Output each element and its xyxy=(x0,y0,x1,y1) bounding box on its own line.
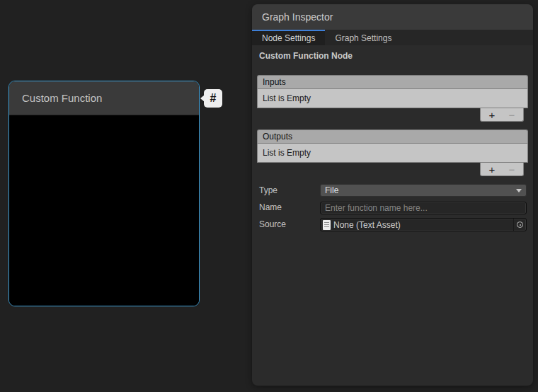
text-asset-icon xyxy=(323,220,331,230)
type-row: Type File xyxy=(259,184,527,197)
tab-graph-settings[interactable]: Graph Settings xyxy=(325,30,401,45)
hash-badge-icon[interactable]: # xyxy=(204,89,222,108)
outputs-add-button[interactable]: + xyxy=(482,163,502,175)
source-label: Source xyxy=(259,219,320,229)
type-label: Type xyxy=(259,185,320,195)
tab-graph-settings-label: Graph Settings xyxy=(335,33,391,43)
node-title: Custom Function xyxy=(22,92,102,104)
inputs-list-empty-label: List is Empty xyxy=(263,93,311,103)
name-label: Name xyxy=(259,202,320,212)
inspector-titlebar[interactable]: Graph Inspector xyxy=(252,4,533,30)
outputs-list-footer: + − xyxy=(480,163,524,176)
inputs-list-footer-row: + − xyxy=(257,108,528,122)
outputs-remove-button[interactable]: − xyxy=(502,163,522,175)
outputs-list-footer-row: + − xyxy=(257,163,528,176)
chevron-down-icon xyxy=(516,189,522,192)
inputs-list-footer: + − xyxy=(480,108,524,122)
hash-badge-label: # xyxy=(210,92,217,105)
inputs-list-header: Inputs xyxy=(257,75,528,88)
object-picker-icon xyxy=(517,221,523,228)
inspector-body: Custom Function Node Inputs List is Empt… xyxy=(252,45,533,231)
inputs-remove-button[interactable]: − xyxy=(502,109,522,121)
inspector-title: Graph Inspector xyxy=(262,11,333,23)
source-row: Source None (Text Asset) xyxy=(259,218,527,231)
outputs-list-empty-label: List is Empty xyxy=(263,148,311,158)
outputs-list-empty-row: List is Empty xyxy=(257,143,528,163)
name-row: Name xyxy=(259,201,527,214)
inputs-list-header-label: Inputs xyxy=(263,77,286,87)
inputs-list-empty-row: List is Empty xyxy=(257,88,528,108)
graph-inspector-panel: Graph Inspector Node Settings Graph Sett… xyxy=(252,4,533,386)
inputs-list: Inputs List is Empty + − xyxy=(257,75,528,122)
tab-node-settings-label: Node Settings xyxy=(262,33,315,43)
outputs-list: Outputs List is Empty + − xyxy=(257,129,528,176)
outputs-list-header: Outputs xyxy=(257,129,528,143)
function-name-input[interactable] xyxy=(320,202,527,214)
object-picker-button[interactable] xyxy=(513,219,526,231)
outputs-list-header-label: Outputs xyxy=(263,132,292,142)
tab-node-settings[interactable]: Node Settings xyxy=(252,30,325,45)
source-object-field[interactable]: None (Text Asset) xyxy=(320,218,527,231)
section-title: Custom Function Node xyxy=(259,51,527,61)
source-object-value: None (Text Asset) xyxy=(333,220,401,230)
node-preview-body xyxy=(9,115,199,306)
custom-function-node[interactable]: Custom Function xyxy=(8,81,200,306)
type-dropdown-value: File xyxy=(325,185,338,195)
tab-strip: Node Settings Graph Settings xyxy=(252,30,533,45)
inputs-add-button[interactable]: + xyxy=(482,109,502,121)
type-dropdown[interactable]: File xyxy=(320,184,527,197)
node-header[interactable]: Custom Function xyxy=(9,81,199,115)
